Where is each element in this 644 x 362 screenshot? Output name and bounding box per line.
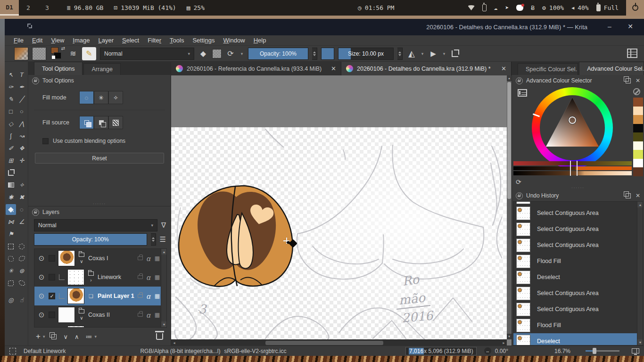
layers-header[interactable]: Layers bbox=[28, 206, 171, 218]
close-tab-icon[interactable]: ✕ bbox=[331, 65, 336, 72]
layer-list-scrollbar[interactable]: ▲ ▼ bbox=[161, 249, 166, 327]
tool-calligraphy[interactable]: ✒ bbox=[17, 82, 27, 92]
close-docker-icon[interactable]: ✕ bbox=[636, 192, 640, 199]
minimize-button[interactable]: – bbox=[604, 23, 615, 30]
reload-preset-icon[interactable]: ⟳ bbox=[225, 49, 236, 58]
zoom-slider[interactable] bbox=[586, 350, 619, 352]
layer-blending-dropdown[interactable]: Normal ▾ bbox=[34, 219, 157, 231]
fill-foreground-button[interactable] bbox=[79, 116, 94, 129]
layer-row-paint-layer-1[interactable]: ⊙ ✓ ❏ Paint Layer 1 α▦ bbox=[34, 287, 166, 305]
rotation-reset-icon[interactable]: ↔ bbox=[484, 347, 491, 354]
spin-up-icon[interactable] bbox=[398, 51, 401, 53]
tool-text[interactable]: T bbox=[17, 69, 27, 80]
document-tab-referencia[interactable]: 20260106 - Referencia do Cannella.kra (9… bbox=[171, 62, 341, 75]
pattern-chooser[interactable] bbox=[32, 47, 46, 60]
horizontal-scrollbar[interactable]: ◄ ► bbox=[171, 339, 507, 346]
tool-enclose-fill[interactable]: ◌ bbox=[17, 204, 27, 215]
history-swatch[interactable] bbox=[633, 167, 643, 176]
tool-smart-patch[interactable]: ✖ bbox=[17, 192, 27, 203]
move-layer-down-button[interactable]: ∨ bbox=[63, 333, 68, 340]
menu-filter[interactable]: Filter bbox=[143, 37, 165, 44]
chevron-right-icon[interactable]: › bbox=[90, 278, 91, 283]
image-size-field[interactable]: 7,016 x 5,096 (312.9 MiB) bbox=[405, 347, 477, 355]
value-shade-strip[interactable] bbox=[513, 171, 632, 175]
blending-mode-dropdown[interactable]: Normal ▾ bbox=[100, 48, 194, 60]
tool-bezier-select[interactable] bbox=[6, 278, 16, 288]
menu-image[interactable]: Image bbox=[68, 37, 94, 44]
opacity-slider[interactable]: Opacity: 100% bbox=[248, 48, 308, 60]
edit-brush-settings-button[interactable]: ✎ bbox=[82, 47, 96, 60]
tool-assistants[interactable]: ⋈ bbox=[6, 216, 16, 227]
undo-item[interactable]: Select Contiguous Area bbox=[513, 205, 643, 221]
brightness[interactable]: ⚙100% bbox=[542, 4, 564, 11]
layer-thumbnail[interactable] bbox=[67, 288, 84, 304]
layer-checkbox[interactable] bbox=[49, 274, 55, 280]
spin-down-icon[interactable] bbox=[398, 54, 401, 56]
document-tab-detalhes[interactable]: 20260106 - Detalhes do Cannella.kra (312… bbox=[341, 62, 512, 75]
undo-item-partial[interactable] bbox=[516, 202, 530, 204]
tool-reference-images[interactable]: ⚑ bbox=[6, 229, 16, 239]
workspace-chooser-button[interactable] bbox=[627, 49, 637, 58]
tab-arrange[interactable]: Arrange bbox=[83, 63, 120, 75]
vertical-scrollbar[interactable]: ▲ ▼ bbox=[507, 75, 512, 339]
scroll-up-icon[interactable]: ▲ bbox=[161, 249, 167, 255]
tool-colorize-mask[interactable]: ✱ bbox=[6, 192, 16, 203]
swap-colors-icon[interactable]: ⇄ bbox=[61, 46, 65, 51]
tool-ellipse-select[interactable] bbox=[17, 241, 27, 252]
scroll-down-icon[interactable]: ▼ bbox=[637, 339, 643, 345]
undo-item[interactable]: Select Contiguous Area bbox=[513, 285, 643, 301]
lock-docker-icon[interactable] bbox=[516, 77, 523, 84]
workspace-3[interactable]: 3 bbox=[38, 0, 57, 16]
undo-item[interactable]: Deselect bbox=[513, 269, 643, 285]
lock-docker-icon[interactable] bbox=[516, 192, 523, 199]
tab-advanced-colour-selector[interactable]: Advanced Colour Sel... bbox=[579, 62, 644, 75]
tool-ellipse[interactable]: ○ bbox=[17, 106, 27, 117]
tab-specific-colour-selector[interactable]: Specific Colour Sel... bbox=[518, 63, 578, 75]
tool-fill-selected[interactable] bbox=[6, 204, 16, 215]
undo-item[interactable]: Select Contiguous Area bbox=[513, 301, 643, 317]
layer-checkbox[interactable] bbox=[49, 255, 55, 262]
layer-styles-icon[interactable]: ▦ bbox=[155, 274, 160, 280]
tool-gradient[interactable] bbox=[6, 180, 16, 190]
properties-dropdown-icon[interactable]: ▾ bbox=[95, 334, 97, 339]
tool-line[interactable]: ╱ bbox=[17, 94, 27, 105]
battery-charging-icon[interactable] bbox=[482, 4, 487, 11]
delete-layer-button[interactable] bbox=[156, 333, 163, 340]
menu-help[interactable]: Help bbox=[249, 37, 271, 44]
lock-icon[interactable] bbox=[138, 256, 143, 260]
alpha-lock-icon[interactable]: α bbox=[147, 292, 151, 300]
custom-blending-row[interactable]: Use custom blending options bbox=[28, 134, 171, 148]
add-layer-button[interactable]: + bbox=[36, 332, 41, 341]
visibility-eye-icon[interactable]: ⊙ bbox=[37, 311, 46, 319]
layer-thumbnail[interactable] bbox=[67, 269, 84, 285]
float-docker-icon[interactable] bbox=[626, 78, 631, 83]
history-swatch[interactable] bbox=[633, 132, 643, 141]
layer-checkbox[interactable] bbox=[49, 312, 55, 318]
layer-filter-icon[interactable]: ∇ bbox=[161, 221, 166, 230]
fill-background-button[interactable] bbox=[94, 116, 108, 129]
undo-item[interactable]: Flood Fill bbox=[513, 317, 643, 333]
telegram-icon[interactable]: ➤ bbox=[505, 4, 509, 11]
layer-thumbnail[interactable] bbox=[58, 307, 75, 323]
preserve-alpha-icon[interactable] bbox=[212, 49, 222, 58]
reset-button[interactable]: Reset bbox=[35, 153, 164, 164]
menu-tools[interactable]: Tools bbox=[165, 37, 188, 44]
layer-row-coxas[interactable]: ⊙ ❏ Coxas α bbox=[34, 324, 166, 328]
scroll-down-icon[interactable]: ▼ bbox=[507, 334, 512, 339]
tool-options-header[interactable]: Tool Options bbox=[28, 75, 171, 86]
spin-down-icon[interactable] bbox=[152, 240, 155, 242]
lock-docker-icon[interactable] bbox=[32, 209, 39, 216]
undo-item[interactable]: Flood Fill bbox=[513, 253, 643, 269]
undo-item-selected[interactable]: Deselect bbox=[513, 333, 643, 346]
opacity-spinner[interactable] bbox=[312, 48, 317, 60]
history-swatch[interactable] bbox=[633, 98, 643, 107]
tool-transform[interactable]: ⊞ bbox=[6, 155, 16, 166]
alpha-lock-icon[interactable]: α bbox=[147, 311, 151, 319]
tool-edit-shapes[interactable]: ✑ bbox=[6, 82, 16, 92]
scroll-left-icon[interactable]: ◄ bbox=[171, 340, 177, 346]
selection-mode-icon[interactable] bbox=[9, 348, 16, 354]
eraser-mode-icon[interactable]: ◆ bbox=[198, 49, 208, 58]
lock-docker-icon[interactable] bbox=[32, 77, 39, 84]
docker-drag-handle[interactable]: ······ bbox=[28, 203, 171, 206]
brush-size-slider[interactable]: Size: 10.00 px bbox=[338, 48, 394, 60]
